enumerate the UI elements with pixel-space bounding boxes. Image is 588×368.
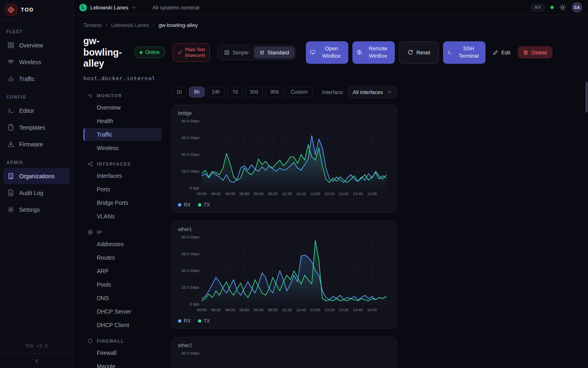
subnav-item-health[interactable]: Health bbox=[83, 114, 162, 128]
reset-button[interactable]: Reset bbox=[399, 41, 439, 64]
sidebar-item-wireless[interactable]: Wireless bbox=[3, 54, 70, 70]
sidebar-item-firmware[interactable]: Firmware bbox=[3, 136, 70, 152]
chart-card-ether2: ether20 bps15.0 Gbps30.0 Gbps45.0 Gbps60… bbox=[172, 337, 397, 368]
time-range-custom[interactable]: Custom bbox=[286, 87, 312, 97]
subnav-item-routes[interactable]: Routes bbox=[83, 251, 162, 264]
legend-rx: RX bbox=[178, 202, 191, 208]
command-palette-shortcut[interactable]: ⌘K bbox=[531, 4, 545, 11]
terminal-icon bbox=[7, 107, 14, 114]
breadcrumb-item-lebowski-lanes[interactable]: Lebowski Lanes bbox=[111, 22, 149, 28]
time-range-group: 1h6h24h7d30d90dCustom bbox=[172, 87, 313, 97]
charts-toolbar: 1h6h24h7d30d90dCustom Interface: All int… bbox=[172, 86, 397, 98]
subnav-item-bridge-ports[interactable]: Bridge Ports bbox=[83, 196, 162, 209]
time-range-1h[interactable]: 1h bbox=[172, 87, 187, 97]
remote-winbox-button[interactable]: Remote WinBox bbox=[352, 41, 395, 64]
sidebar-item-label: Organizations bbox=[19, 173, 54, 180]
globe-icon bbox=[356, 49, 362, 55]
time-range-30d[interactable]: 30d bbox=[245, 87, 263, 97]
traffic-chart-svg: 0 bps15.0 Gbps30.0 Gbps45.0 Gbps60.0 Gbp… bbox=[178, 350, 390, 368]
sidebar-item-settings[interactable]: Settings bbox=[3, 202, 70, 218]
time-range-7d[interactable]: 7d bbox=[227, 87, 243, 97]
breadcrumb: Tenants›Lebowski Lanes›gw-bowling-alley bbox=[83, 22, 578, 28]
legend-tx: TX bbox=[198, 318, 210, 324]
svg-text:08:50: 08:50 bbox=[239, 191, 249, 196]
subnav-item-overview[interactable]: Overview bbox=[83, 101, 162, 114]
file-icon bbox=[7, 124, 14, 131]
svg-text:13:10: 13:10 bbox=[325, 191, 334, 196]
chevron-down-icon bbox=[387, 90, 392, 95]
scrollbar-thumb[interactable] bbox=[586, 82, 588, 112]
ssh-terminal-button[interactable]: SSH Terminal bbox=[443, 41, 486, 64]
subnav-item-dhcp-client[interactable]: DHCP Client bbox=[83, 319, 162, 332]
terminal-icon bbox=[447, 49, 453, 55]
chart-card-bridge: bridge0 bps15.0 Gbps30.0 Gbps45.0 Gbps60… bbox=[172, 105, 397, 213]
svg-text:12:55: 12:55 bbox=[310, 307, 320, 312]
chevron-down-icon bbox=[131, 5, 137, 10]
delete-button[interactable]: Delete bbox=[518, 46, 552, 58]
sidebar-item-audit-log[interactable]: Audit Log bbox=[3, 185, 70, 201]
subnav-item-arp[interactable]: ARP bbox=[83, 265, 162, 278]
subnav-item-traffic[interactable]: Traffic bbox=[83, 128, 162, 141]
edit-button[interactable]: Edit bbox=[490, 46, 514, 58]
subnav-item-pools[interactable]: Pools bbox=[83, 278, 162, 291]
traffic-chart-svg: 0 bps15.0 Gbps30.0 Gbps45.0 Gbps60.0 Gbp… bbox=[178, 234, 390, 315]
sidebar-item-traffic[interactable]: Traffic bbox=[3, 71, 70, 87]
svg-text:15.0 Gbps: 15.0 Gbps bbox=[181, 169, 199, 173]
grid-icon bbox=[224, 50, 229, 55]
subnav-item-dhcp-server[interactable]: DHCP Server bbox=[83, 305, 162, 318]
download-icon bbox=[7, 141, 14, 148]
pencil-icon bbox=[493, 50, 498, 55]
app-version: TOD v9.5 bbox=[0, 340, 73, 353]
breadcrumb-item-tenants[interactable]: Tenants bbox=[83, 22, 102, 28]
svg-text:08:35: 08:35 bbox=[225, 307, 235, 312]
mode-standard-button[interactable]: Standard bbox=[254, 47, 294, 58]
open-winbox-button[interactable]: Open WinBox bbox=[306, 41, 348, 64]
sidebar-collapse-button[interactable] bbox=[0, 353, 73, 368]
online-dot-icon bbox=[140, 51, 143, 54]
subnav-item-vlans[interactable]: VLANs bbox=[83, 210, 162, 223]
subnav-item-interfaces[interactable]: Interfaces bbox=[83, 169, 162, 182]
sidebar-item-label: Settings bbox=[19, 206, 40, 213]
view-mode-toggle: Simple Standard bbox=[217, 45, 296, 60]
sidebar-item-templates[interactable]: Templates bbox=[3, 119, 70, 135]
activity-icon bbox=[87, 93, 93, 99]
page-title: gw-bowling-alley bbox=[83, 36, 127, 70]
interface-select[interactable]: All interfaces bbox=[348, 86, 397, 98]
sidebar-item-organizations[interactable]: Organizations bbox=[3, 168, 70, 184]
traffic-chart-svg: 0 bps15.0 Gbps30.0 Gbps45.0 Gbps60.0 Gbp… bbox=[178, 118, 390, 199]
subnav-section-firewall: FIREWALL bbox=[87, 338, 160, 344]
mode-simple-button[interactable]: Simple bbox=[219, 47, 254, 58]
subnav-item-firewall[interactable]: Firewall bbox=[83, 346, 162, 359]
interface-filter-label: Interface: bbox=[322, 89, 344, 95]
subnav-item-addresses[interactable]: Addresses bbox=[83, 238, 162, 251]
time-range-24h[interactable]: 24h bbox=[207, 87, 225, 97]
trash-icon bbox=[523, 50, 528, 55]
traffic-panel: 1h6h24h7d30d90dCustom Interface: All int… bbox=[172, 81, 397, 368]
interface-filter: Interface: All interfaces bbox=[322, 86, 397, 98]
bar-chart-icon bbox=[7, 75, 14, 82]
time-range-6h[interactable]: 6h bbox=[189, 87, 204, 97]
subnav-item-dns[interactable]: DNS bbox=[83, 292, 162, 305]
device-actions: Open WinBox Remote WinBox Reset SSH Term… bbox=[306, 41, 552, 64]
sidebar-item-overview[interactable]: Overview bbox=[3, 37, 70, 53]
sidebar-nav: FLEETOverviewWirelessTrafficCONFIGEditor… bbox=[0, 20, 73, 340]
sidebar-item-editor[interactable]: Editor bbox=[3, 103, 70, 119]
document-icon bbox=[7, 189, 14, 196]
user-avatar[interactable]: SA bbox=[572, 2, 582, 13]
svg-text:45.0 Gbps: 45.0 Gbps bbox=[181, 135, 199, 140]
gear-icon bbox=[7, 206, 14, 213]
main-area: L Lebowski Lanes All systems nominal ⌘K … bbox=[74, 0, 588, 368]
svg-text:08:50: 08:50 bbox=[239, 307, 249, 312]
theme-toggle-button[interactable] bbox=[559, 4, 566, 11]
svg-text:08:05: 08:05 bbox=[197, 307, 207, 312]
subnav-item-mangle[interactable]: Mangle bbox=[83, 360, 162, 368]
tenant-switcher[interactable]: L Lebowski Lanes bbox=[79, 4, 137, 11]
subnav-item-ports[interactable]: Ports bbox=[83, 183, 162, 196]
time-range-90d[interactable]: 90d bbox=[265, 87, 283, 97]
subnav-item-wireless[interactable]: Wireless bbox=[83, 141, 162, 155]
svg-text:13:25: 13:25 bbox=[339, 191, 349, 196]
sidebar-item-label: Wireless bbox=[19, 59, 41, 65]
svg-text:08:05: 08:05 bbox=[197, 191, 207, 196]
chart-legend: RXTX bbox=[178, 318, 390, 324]
svg-text:60.0 Gbps: 60.0 Gbps bbox=[181, 351, 199, 355]
